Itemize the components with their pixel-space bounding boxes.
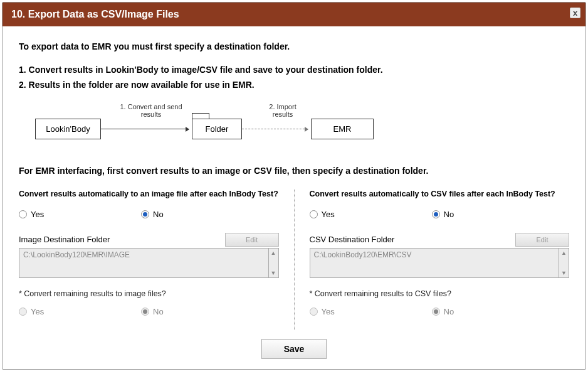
radio-label-no: No xyxy=(153,210,164,219)
radio-label-no: No xyxy=(444,210,454,219)
radio-label-yes: Yes xyxy=(322,210,335,219)
image-remaining-question: * Convert remaining results to image fil… xyxy=(19,289,279,298)
scroll-up-icon: ▲ xyxy=(559,249,569,257)
image-path-wrap: C:\LookinBody120\EMR\IMAGE ▲ ▼ xyxy=(19,248,279,278)
arrow-convert xyxy=(101,129,189,129)
image-remaining-radios: Yes No xyxy=(19,307,279,316)
image-remaining-yes[interactable]: Yes xyxy=(19,307,141,316)
radio-icon xyxy=(432,210,440,218)
radio-icon xyxy=(432,308,440,316)
radio-icon xyxy=(19,210,27,218)
close-button[interactable]: x xyxy=(570,8,580,18)
scroll-up-icon: ▲ xyxy=(269,249,278,257)
intro-text: To export data to EMR you must first spe… xyxy=(19,41,569,51)
dialog-title: 10. Export Data as CSV/Image Files xyxy=(11,9,179,19)
image-auto-radios: Yes No xyxy=(19,210,279,219)
dialog-content: To export data to EMR you must first spe… xyxy=(3,26,585,369)
scroll-down-icon: ▼ xyxy=(559,269,569,277)
diagram-box-lookinbody: Lookin'Body xyxy=(35,119,101,139)
diagram-box-folder: Folder xyxy=(192,119,242,139)
csv-path-scrollbar[interactable]: ▲ ▼ xyxy=(559,248,569,278)
image-path-scrollbar[interactable]: ▲ ▼ xyxy=(269,248,279,278)
csv-path-input[interactable]: C:\LookinBody120\EMR\CSV xyxy=(310,248,560,278)
image-auto-question: Convert results automatically to an imag… xyxy=(19,190,279,198)
radio-label-yes: Yes xyxy=(322,307,335,316)
radio-label-yes: Yes xyxy=(31,307,44,316)
image-column: Convert results automatically to an imag… xyxy=(19,190,294,330)
csv-dest-row: CSV Destination Folder Edit xyxy=(310,233,570,247)
radio-icon xyxy=(141,210,149,218)
csv-auto-radios: Yes No xyxy=(310,210,570,219)
radio-label-yes: Yes xyxy=(31,210,44,219)
save-row: Save xyxy=(19,339,569,359)
image-auto-no[interactable]: No xyxy=(141,210,164,219)
image-auto-yes[interactable]: Yes xyxy=(19,210,141,219)
diagram-label-convert: 1. Convert and send results xyxy=(120,103,182,118)
diagram-label-import: 2. Import results xyxy=(261,103,305,118)
sub-intro: For EMR interfacing, first convert resul… xyxy=(19,166,569,176)
image-dest-label: Image Destination Folder xyxy=(19,235,110,244)
flow-diagram: 1. Convert and send results 2. Import re… xyxy=(35,103,380,147)
csv-auto-question: Convert results automatically to CSV fil… xyxy=(310,190,570,198)
radio-icon xyxy=(310,210,318,218)
titlebar: 10. Export Data as CSV/Image Files x xyxy=(3,3,585,26)
csv-remaining-question: * Convert remaining results to CSV files… xyxy=(310,289,570,298)
image-remaining-no[interactable]: No xyxy=(141,307,164,316)
csv-dest-label: CSV Destination Folder xyxy=(310,235,395,244)
options-columns: Convert results automatically to an imag… xyxy=(19,190,569,330)
diagram-box-emr: EMR xyxy=(311,119,374,139)
radio-label-no: No xyxy=(153,307,164,316)
csv-auto-no[interactable]: No xyxy=(432,210,454,219)
save-button[interactable]: Save xyxy=(261,339,327,359)
csv-remaining-yes[interactable]: Yes xyxy=(310,307,432,316)
steps: 1. Convert results in Lookin'Body to ima… xyxy=(19,63,569,93)
csv-edit-button[interactable]: Edit xyxy=(515,233,569,247)
export-dialog: 10. Export Data as CSV/Image Files x To … xyxy=(2,2,586,370)
image-path-input[interactable]: C:\LookinBody120\EMR\IMAGE xyxy=(19,248,269,278)
csv-column: Convert results automatically to CSV fil… xyxy=(294,190,570,330)
image-edit-button[interactable]: Edit xyxy=(225,233,279,247)
radio-icon xyxy=(310,308,318,316)
arrow-import xyxy=(242,129,308,129)
step-2: 2. Results in the folder are now availab… xyxy=(19,78,569,93)
radio-icon xyxy=(19,308,27,316)
radio-label-no: No xyxy=(444,307,454,316)
csv-remaining-radios: Yes No xyxy=(310,307,570,316)
csv-auto-yes[interactable]: Yes xyxy=(310,210,432,219)
radio-icon xyxy=(141,308,149,316)
image-dest-row: Image Destination Folder Edit xyxy=(19,233,279,247)
scroll-down-icon: ▼ xyxy=(269,269,278,277)
csv-path-wrap: C:\LookinBody120\EMR\CSV ▲ ▼ xyxy=(310,248,570,278)
step-1: 1. Convert results in Lookin'Body to ima… xyxy=(19,63,569,78)
csv-remaining-no[interactable]: No xyxy=(432,307,454,316)
